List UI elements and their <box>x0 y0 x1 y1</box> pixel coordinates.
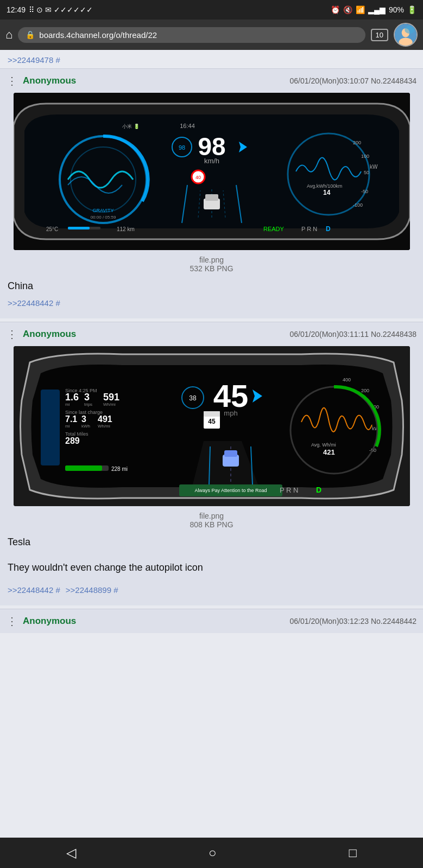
post-2-body1: Tesla <box>7 533 416 551</box>
post-2-filesize: 808 KB PNG <box>7 520 416 529</box>
partial-post: ⋮ Anonymous 06/01/20(Mon)03:12:23 No.224… <box>0 609 423 633</box>
svg-text:591: 591 <box>103 392 119 403</box>
post-1-file-info: file.png 532 KB PNG <box>7 256 416 273</box>
post-2-author: Anonymous <box>23 329 76 340</box>
time: 12:49 <box>7 5 26 14</box>
post-2-menu-icon[interactable]: ⋮ <box>7 328 17 341</box>
post-1-author: Anonymous <box>23 75 76 86</box>
post-1-image-box: 16:44 小米 🔋 GRAVITY 00:00 / 05:59 <box>14 93 410 250</box>
svg-text:Avg.kWh/100km: Avg.kWh/100km <box>307 183 342 189</box>
svg-text:112 km: 112 km <box>117 226 135 232</box>
svg-text:491: 491 <box>98 414 112 424</box>
svg-text:45: 45 <box>213 378 248 413</box>
mute-icon: 🔇 <box>343 5 352 14</box>
post-1-filename: file.png <box>7 256 416 264</box>
svg-text:GRAVITY: GRAVITY <box>92 208 113 213</box>
svg-text:98: 98 <box>178 144 185 151</box>
svg-text:小米  🔋: 小米 🔋 <box>122 123 140 130</box>
home-nav-button[interactable]: ○ <box>198 841 228 865</box>
post-1-image-container[interactable]: 16:44 小米 🔋 GRAVITY 00:00 / 05:59 <box>7 93 416 273</box>
status-left: 12:49 ⠿ ⊙ ✉ ✓✓✓✓✓✓ <box>7 5 93 14</box>
partial-post-author: Anonymous <box>23 616 76 627</box>
avatar-image <box>395 24 416 46</box>
svg-rect-42 <box>41 390 60 465</box>
svg-text:mph: mph <box>224 409 237 417</box>
svg-text:40: 40 <box>195 175 200 180</box>
svg-text:Wh/mi: Wh/mi <box>98 424 110 429</box>
svg-text:-50: -50 <box>361 189 368 194</box>
svg-text:kW: kW <box>370 164 378 170</box>
browser-bar: ⌂ 🔒 boards.4channel.org/o/thread/22 10 <box>0 20 423 50</box>
svg-text:100: 100 <box>361 154 369 159</box>
post-2-image-box: Since 4:25 PM 1.6 mi 3 trips 591 Wh/mi S… <box>14 346 410 506</box>
svg-text:kWh: kWh <box>81 424 90 429</box>
top-reply-link[interactable]: >>22449478 # <box>8 55 60 65</box>
post-2-reply-link-1[interactable]: >>22448899 # <box>66 585 118 595</box>
post-menu-icon[interactable]: ⋮ <box>7 74 17 87</box>
svg-text:D: D <box>316 486 321 494</box>
china-dashboard-svg: 16:44 小米 🔋 GRAVITY 00:00 / 05:59 <box>14 93 410 250</box>
post-2-meta: 06/01/20(Mon)03:11:11 No.22448438 <box>289 330 416 339</box>
recent-button[interactable]: □ <box>338 841 368 865</box>
svg-rect-24 <box>205 194 218 201</box>
status-bar: 12:49 ⠿ ⊙ ✉ ✓✓✓✓✓✓ ⏰ 🔇 📶 ▂▄▆ 90% 🔋 <box>0 0 423 20</box>
svg-text:-100: -100 <box>353 202 363 208</box>
svg-text:P R N: P R N <box>301 226 317 232</box>
partial-post-menu-icon[interactable]: ⋮ <box>7 615 17 628</box>
post-2-file-info: file.png 808 KB PNG <box>7 512 416 529</box>
post-2-reply-link-0[interactable]: >>22448442 # <box>8 585 60 595</box>
svg-rect-60 <box>65 465 102 471</box>
svg-text:Avg. Wh/mi: Avg. Wh/mi <box>311 442 336 448</box>
svg-text:14: 14 <box>323 189 331 196</box>
battery-icon: 🔋 <box>407 5 416 14</box>
svg-text:km/h: km/h <box>204 157 219 165</box>
avatar[interactable] <box>394 23 418 47</box>
post-2-body2: They wouldn't even change the autopilot … <box>7 559 416 577</box>
svg-text:228 mi: 228 mi <box>111 466 128 472</box>
post-2-image-container[interactable]: Since 4:25 PM 1.6 mi 3 trips 591 Wh/mi S… <box>7 346 416 529</box>
svg-text:25°C: 25°C <box>46 226 58 232</box>
home-button[interactable]: ⌂ <box>5 28 12 42</box>
svg-text:45: 45 <box>208 418 216 425</box>
post-1-reply-link-0[interactable]: >>22448442 # <box>8 298 60 308</box>
svg-text:38: 38 <box>189 394 197 402</box>
svg-text:200: 200 <box>361 388 369 393</box>
status-icons: ⠿ ⊙ ✉ ✓✓✓✓✓✓ <box>29 5 93 14</box>
svg-rect-27 <box>68 227 90 229</box>
svg-text:Wh/mi: Wh/mi <box>103 402 116 407</box>
address-bar[interactable]: 🔒 boards.4channel.org/o/thread/22 <box>18 27 365 43</box>
svg-text:7.1: 7.1 <box>65 414 77 424</box>
svg-point-3 <box>405 26 414 34</box>
signal-icon: ▂▄▆ <box>368 5 386 14</box>
post-1-body: China <box>7 277 416 295</box>
status-right: ⏰ 🔇 📶 ▂▄▆ 90% 🔋 <box>331 5 416 14</box>
post-2-reply-links: >>22448442 # >>22448899 # <box>7 582 416 598</box>
back-button[interactable]: ◁ <box>55 841 87 865</box>
svg-text:Always Pay Attention to the Ro: Always Pay Attention to the Road <box>194 488 267 493</box>
svg-text:50: 50 <box>364 170 369 175</box>
partial-post-header: ⋮ Anonymous 06/01/20(Mon)03:12:23 No.224… <box>7 615 416 628</box>
svg-text:3: 3 <box>81 414 86 424</box>
top-reply-bar: >>22449478 # <box>0 50 423 68</box>
svg-text:mi: mi <box>65 402 70 407</box>
svg-text:READY: READY <box>263 226 285 232</box>
post-1-meta: 06/01/20(Mon)03:10:07 No.22448434 <box>289 76 416 85</box>
svg-text:P  R  N: P R N <box>280 486 298 494</box>
svg-text:D: D <box>326 225 331 233</box>
post-2-header: ⋮ Anonymous 06/01/20(Mon)03:11:11 No.224… <box>7 328 416 341</box>
battery: 90% <box>389 5 404 14</box>
svg-text:00:00 / 05:59: 00:00 / 05:59 <box>90 215 116 220</box>
svg-text:3: 3 <box>84 392 90 403</box>
url-text: boards.4channel.org/o/thread/22 <box>39 30 157 40</box>
bottom-nav: ◁ ○ □ <box>0 838 423 868</box>
svg-text:1.6: 1.6 <box>65 392 79 403</box>
svg-text:421: 421 <box>323 448 335 456</box>
partial-post-meta: 06/01/20(Mon)03:12:23 No.22448442 <box>289 617 416 626</box>
svg-text:289: 289 <box>65 436 80 445</box>
svg-text:16:44: 16:44 <box>180 123 195 129</box>
post-1: ⋮ Anonymous 06/01/20(Mon)03:10:07 No.224… <box>0 68 423 318</box>
svg-text:trips: trips <box>84 402 92 407</box>
post-2-filename: file.png <box>7 512 416 520</box>
page-content: >>22449478 # ⋮ Anonymous 06/01/20(Mon)03… <box>0 50 423 868</box>
tabs-button[interactable]: 10 <box>371 29 388 41</box>
